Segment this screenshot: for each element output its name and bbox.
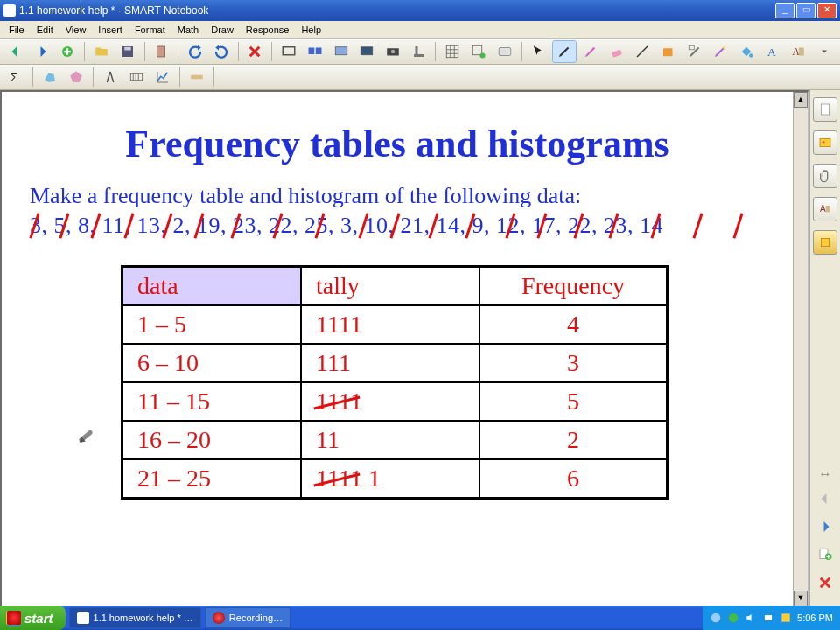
svg-rect-28 bbox=[191, 75, 203, 80]
redo-button[interactable] bbox=[209, 40, 234, 63]
svg-rect-24 bbox=[799, 48, 804, 56]
sigma-button[interactable]: Σ bbox=[4, 66, 28, 88]
delete-page-nav[interactable] bbox=[816, 575, 835, 594]
delete-button[interactable] bbox=[243, 40, 268, 63]
table-button[interactable] bbox=[440, 40, 465, 63]
svg-point-37 bbox=[711, 613, 721, 623]
svg-point-10 bbox=[391, 50, 396, 54]
svg-rect-14 bbox=[472, 46, 482, 55]
screen-dual-button[interactable] bbox=[303, 40, 327, 63]
screen-full-button[interactable] bbox=[354, 40, 379, 63]
svg-rect-19 bbox=[689, 46, 694, 50]
scroll-down-button[interactable]: ▼ bbox=[794, 591, 808, 606]
next-page-nav[interactable] bbox=[816, 519, 835, 538]
tray-volume-icon[interactable] bbox=[745, 612, 757, 624]
svg-text:A: A bbox=[820, 204, 826, 214]
svg-rect-34 bbox=[821, 238, 829, 246]
shape-tool-button[interactable] bbox=[656, 40, 681, 63]
open-button[interactable] bbox=[89, 40, 114, 63]
capture-button[interactable] bbox=[381, 40, 405, 63]
minimize-button[interactable]: _ bbox=[775, 3, 794, 18]
menu-file[interactable]: File bbox=[4, 23, 30, 37]
svg-point-15 bbox=[480, 53, 486, 59]
tray-clock[interactable]: 5:06 PM bbox=[797, 612, 833, 623]
scroll-up-button[interactable]: ▲ bbox=[794, 92, 808, 108]
menu-math[interactable]: Math bbox=[172, 23, 204, 37]
prev-page-button[interactable] bbox=[4, 40, 28, 63]
svg-rect-39 bbox=[765, 615, 772, 620]
graph-button[interactable] bbox=[150, 66, 175, 88]
measurement-button[interactable] bbox=[185, 66, 209, 88]
ruler-table-button[interactable] bbox=[124, 66, 149, 88]
svg-rect-4 bbox=[283, 47, 295, 55]
svg-rect-27 bbox=[130, 74, 143, 80]
shape-pen-button[interactable] bbox=[682, 40, 707, 63]
magic-pen-button[interactable] bbox=[708, 40, 732, 63]
svg-rect-29 bbox=[821, 104, 829, 115]
move-panel-icon[interactable]: ↔ bbox=[818, 466, 832, 482]
taskbar-item-recording[interactable]: Recording… bbox=[205, 607, 290, 628]
fill-button[interactable] bbox=[734, 40, 759, 63]
taskbar-app-icon bbox=[77, 612, 89, 624]
start-button[interactable]: start bbox=[0, 606, 66, 630]
tray-icon[interactable] bbox=[762, 612, 774, 624]
shape-irregular-button[interactable] bbox=[38, 66, 62, 88]
more-tools-button[interactable] bbox=[812, 40, 836, 63]
select-cursor-button[interactable] bbox=[527, 40, 551, 63]
insert-table-button[interactable] bbox=[466, 40, 491, 63]
svg-rect-5 bbox=[308, 48, 314, 55]
tray-icon[interactable] bbox=[710, 612, 722, 624]
page-sorter-tab[interactable] bbox=[813, 97, 837, 122]
shape-regular-button[interactable] bbox=[64, 66, 88, 88]
menu-view[interactable]: View bbox=[60, 23, 92, 37]
compass-button[interactable] bbox=[98, 66, 122, 88]
page-title: Frequency tables and histograms bbox=[2, 122, 793, 166]
maximize-button[interactable]: ▭ bbox=[796, 3, 816, 18]
menu-edit[interactable]: Edit bbox=[32, 23, 59, 37]
table-row: 11 – 15 1111 5 bbox=[122, 382, 668, 421]
creative-pen-button[interactable] bbox=[578, 40, 603, 63]
svg-rect-3 bbox=[158, 46, 165, 57]
menu-draw[interactable]: Draw bbox=[206, 23, 239, 37]
line-tool-button[interactable] bbox=[630, 40, 654, 63]
system-tray[interactable]: 5:06 PM bbox=[703, 606, 840, 630]
start-label: start bbox=[24, 611, 53, 626]
work-area: Frequency tables and histograms Make a f… bbox=[0, 90, 840, 608]
svg-rect-40 bbox=[781, 613, 789, 621]
screen-transparent-button[interactable] bbox=[329, 40, 354, 63]
text-tool-button[interactable]: A bbox=[760, 40, 785, 63]
vertical-scrollbar[interactable]: ▲ ▼ bbox=[793, 92, 808, 606]
menu-format[interactable]: Format bbox=[130, 23, 171, 37]
add-page-button[interactable] bbox=[55, 40, 80, 63]
gallery-tab[interactable] bbox=[813, 130, 837, 155]
properties-tab[interactable]: A bbox=[813, 197, 837, 221]
pen-tool-button[interactable] bbox=[552, 40, 577, 63]
windows-logo-icon bbox=[7, 611, 21, 625]
response-button[interactable] bbox=[493, 40, 517, 63]
screen-normal-button[interactable] bbox=[276, 40, 301, 63]
properties-button[interactable]: A bbox=[787, 40, 811, 63]
tray-icon[interactable] bbox=[727, 612, 739, 624]
eraser-button[interactable] bbox=[605, 40, 629, 63]
svg-rect-17 bbox=[612, 50, 622, 58]
svg-rect-7 bbox=[335, 47, 347, 55]
addons-tab[interactable] bbox=[813, 230, 837, 255]
menu-help[interactable]: Help bbox=[296, 23, 326, 37]
prev-page-nav[interactable] bbox=[816, 491, 835, 510]
doc-camera-button[interactable] bbox=[407, 40, 431, 63]
attachments-tab[interactable] bbox=[813, 164, 837, 188]
page-prompt: Make a frequency table and histogram of … bbox=[30, 183, 581, 209]
add-page-nav[interactable] bbox=[816, 547, 835, 566]
menu-response[interactable]: Response bbox=[241, 23, 295, 37]
save-button[interactable] bbox=[116, 40, 140, 63]
close-button[interactable]: ✕ bbox=[817, 3, 836, 18]
svg-rect-6 bbox=[316, 48, 322, 55]
next-page-button[interactable] bbox=[30, 40, 54, 63]
page-canvas[interactable]: Frequency tables and histograms Make a f… bbox=[2, 92, 793, 606]
taskbar: start 1.1 homework help * … Recording… 5… bbox=[0, 606, 840, 630]
tray-icon[interactable] bbox=[780, 612, 792, 624]
menu-insert[interactable]: Insert bbox=[93, 23, 128, 37]
taskbar-item-notebook[interactable]: 1.1 homework help * … bbox=[69, 607, 201, 628]
undo-button[interactable] bbox=[183, 40, 207, 63]
paste-button[interactable] bbox=[149, 40, 173, 63]
